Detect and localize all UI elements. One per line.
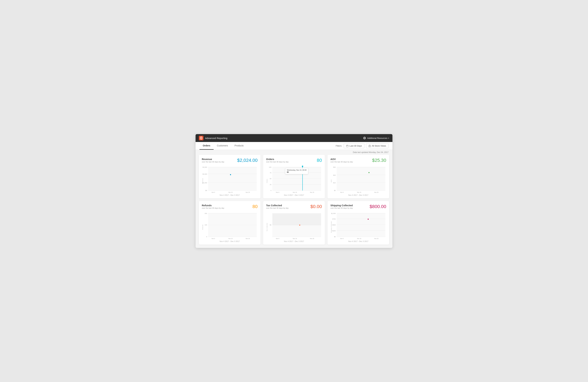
orders-subtitle: over the last 30 days by day [266,161,289,163]
filter-date-button[interactable]: Last 30 Days [344,143,364,148]
svg-text:200: 200 [205,213,207,214]
svg-text:$1,000: $1,000 [331,213,336,214]
svg-text:Revenue: Revenue [202,178,203,184]
svg-rect-10 [369,146,371,147]
orders-chart[interactable]: 100 75 50 25 0 Orders [266,165,322,193]
globe-icon [363,137,366,139]
svg-text:50: 50 [270,178,271,180]
revenue-title: Revenue [202,158,224,161]
aov-title: AOV [330,158,353,161]
svg-text:Shipping Collected: Shipping Collected [331,221,332,233]
aov-card-header: AOV over the last 30 days by day $25.30 [330,158,386,163]
tab-orders[interactable]: Orders [200,142,214,150]
refunds-chart: 200 100 0 Refunds Nov 6 Nov 16 Nov 26 [202,211,258,239]
svg-rect-72 [272,225,321,237]
orders-title: Orders [266,158,289,161]
svg-text:Nov 26: Nov 26 [246,238,250,239]
svg-text:$0: $0 [270,224,271,226]
data-updated-text: Data last updated Monday, Dec 04, 2017 [353,151,388,153]
app-title: Advanced Reporting [205,137,227,140]
nav-tabs: Orders Customers Products [200,142,247,150]
header: Advanced Reporting Additional Resources … [196,134,392,142]
svg-text:AOV: AOV [331,179,332,182]
revenue-chart: $3,000 $2,000 $1,000 $0 Revenue [202,165,258,193]
refunds-title: Refunds [202,204,224,207]
svg-text:Tax Collected: Tax Collected [266,223,268,231]
svg-text:Nov 26: Nov 26 [246,192,250,193]
svg-rect-22 [208,167,257,191]
additional-resources-link[interactable]: Additional Resources > [367,137,389,139]
shipping-title: Shipping Collected [330,204,353,207]
svg-text:0: 0 [206,236,207,238]
tax-subtitle: over the last 30 days by day [266,207,289,209]
svg-rect-6 [346,145,348,147]
filters-label: Filters: [336,145,342,147]
svg-text:75: 75 [270,172,271,174]
revenue-card-header: Revenue over the last 30 days by day $2,… [202,158,258,163]
svg-text:Nov 26: Nov 26 [310,192,314,193]
svg-text:$500: $500 [332,224,336,226]
calendar-icon [346,145,348,147]
svg-text:$0: $0 [205,190,207,191]
orders-card: Orders over the last 30 days by day 80 1… [263,155,325,198]
header-right: Additional Resources > [363,137,389,139]
refunds-value: 80 [252,204,258,209]
svg-text:$3,000: $3,000 [203,166,207,168]
revenue-date-range: Nov 4 2017 - Dec 3 2017 [202,194,258,196]
main-content: Revenue over the last 30 days by day $2,… [196,155,392,248]
shipping-subtitle: over the last 30 days by day [330,207,353,209]
svg-text:Nov 16: Nov 16 [228,192,233,193]
tax-card-header: Tax Collected over the last 30 days by d… [266,204,322,209]
svg-rect-38 [272,167,321,191]
svg-text:$30: $30 [333,166,336,168]
shipping-collected-card: Shipping Collected over the last 30 days… [327,201,389,245]
refunds-date-range: Nov 4 2017 - Dec 3 2017 [202,240,258,242]
svg-text:$0: $0 [334,236,336,238]
svg-text:$2,000: $2,000 [203,173,207,175]
svg-text:100: 100 [205,224,207,226]
shipping-date-range: Nov 4 2017 - Dec 3 2017 [330,240,386,242]
filter-store-button[interactable]: All Store Views [366,143,388,148]
svg-text:Refunds: Refunds [202,225,203,230]
tab-products[interactable]: Products [231,142,247,150]
svg-point-54 [368,172,369,173]
svg-text:Nov 6: Nov 6 [340,238,344,239]
cards-grid: Revenue over the last 30 days by day $2,… [199,155,389,245]
svg-text:Nov 16: Nov 16 [357,238,361,239]
tab-customers[interactable]: Customers [214,142,231,150]
tax-value: $0.00 [310,204,322,209]
app-window: Advanced Reporting Additional Resources … [196,134,392,248]
svg-text:$750: $750 [332,218,336,220]
svg-point-40 [302,166,303,167]
svg-rect-71 [272,213,321,225]
svg-text:Nov 16: Nov 16 [293,238,297,239]
svg-text:Nov 6: Nov 6 [276,238,279,239]
svg-point-91 [368,219,369,220]
svg-text:$20: $20 [333,174,336,176]
svg-text:Nov 16: Nov 16 [228,238,233,239]
aov-date-range: Nov 4 2017 - Dec 3 2017 [330,194,386,196]
refunds-card-header: Refunds over the last 30 days by day 80 [202,204,258,209]
svg-text:Nov 6: Nov 6 [212,238,215,239]
header-left: Advanced Reporting [199,136,227,140]
svg-text:Nov 6: Nov 6 [276,192,279,193]
svg-text:$250: $250 [332,230,336,232]
revenue-subtitle: over the last 30 days by day [202,161,224,163]
svg-text:$10: $10 [333,182,336,184]
refunds-card: Refunds over the last 30 days by day 80 … [199,201,261,245]
svg-text:100: 100 [269,166,271,168]
svg-text:Orders: Orders [266,179,268,183]
svg-text:Nov 6: Nov 6 [340,192,344,193]
refunds-subtitle: over the last 30 days by day [202,207,224,209]
aov-subtitle: over the last 30 days by day [330,161,353,163]
filter-store-label: All Store Views [372,145,386,147]
shipping-card-header: Shipping Collected over the last 30 days… [330,204,386,209]
revenue-value: $2,024.00 [237,158,258,163]
svg-text:Nov 16: Nov 16 [293,192,297,193]
data-updated-bar: Data last updated Monday, Dec 04, 2017 [196,150,392,155]
tax-collected-card: Tax Collected over the last 30 days by d… [263,201,325,245]
svg-text:Nov 26: Nov 26 [374,238,378,239]
aov-card: AOV over the last 30 days by day $25.30 … [327,155,389,198]
svg-text:Nov 26: Nov 26 [310,238,314,239]
orders-card-header: Orders over the last 30 days by day 80 [266,158,322,163]
